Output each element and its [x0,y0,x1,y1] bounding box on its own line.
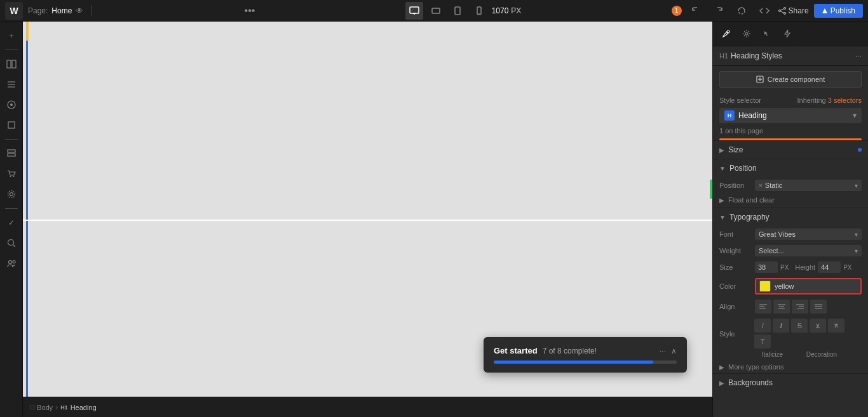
refresh-btn[interactable] [733,2,750,20]
breadcrumb-heading[interactable]: H1 Heading [60,404,97,411]
style-row-label: Style [719,330,750,338]
position-dropdown-arrow: ▾ [855,182,858,189]
svg-marker-12 [822,8,827,13]
font-value: Great Vibes [759,230,796,238]
style-selector-label: Style selector [719,96,761,104]
gs-collapse-btn[interactable]: ∧ [671,347,677,355]
bold-italic-btn[interactable]: I [773,319,789,333]
inherit-count[interactable]: 3 selectors [828,96,862,104]
gs-more-btn[interactable]: ··· [660,347,666,355]
desktop-device-btn[interactable] [405,2,423,20]
interactions-tab[interactable] [759,25,775,42]
more-type-expand[interactable]: ▶ [719,364,724,371]
panel-header: H1 Heading Styles ··· [713,46,868,66]
font-dropdown[interactable]: Great Vibes ▾ [755,228,862,240]
on-this-page: 1 on this page [713,126,868,138]
svg-marker-33 [785,30,790,37]
topbar-more-dots[interactable]: ••• [245,5,255,17]
size-input-group: 38 PX Height 44 PX [755,261,851,273]
page-name[interactable]: Home [51,6,72,15]
gs-actions: ··· ∧ [660,347,677,355]
navigator-btn[interactable] [3,55,20,73]
add-btn[interactable]: ＋ [3,27,20,44]
code-btn[interactable] [756,2,773,20]
position-dropdown[interactable]: × Static ▾ [755,180,862,191]
size-section-header[interactable]: ▶ Size [713,141,868,159]
size-input[interactable]: 38 [755,261,778,273]
weight-chevron-icon: ▾ [855,248,858,255]
panel-context-menu[interactable]: ··· [855,51,862,60]
svg-line-11 [780,11,783,12]
position-x-icon: × [759,182,763,189]
align-left-btn[interactable] [755,300,771,314]
svg-rect-0 [410,7,419,13]
color-picker-btn[interactable]: yellow [755,278,862,295]
backgrounds-header[interactable]: ▶ Backgrounds [713,374,868,392]
notification-badge[interactable]: 1 [672,6,682,16]
tablet-portrait-btn[interactable] [449,2,466,20]
position-section-header[interactable]: ▼ Position [713,159,868,177]
canvas-width: 1070 PX [492,6,522,15]
style-row: Style I I S T [713,316,868,351]
assets-btn[interactable] [3,96,20,114]
redo-btn[interactable] [710,2,728,20]
heading-label: Heading [71,404,97,411]
share-btn[interactable]: Share [778,6,809,15]
float-expand-icon[interactable]: ▶ [719,197,724,204]
panel-h1-tag: H1 [719,52,728,60]
height-input[interactable]: 44 [818,261,841,273]
size-unit: PX [780,264,789,271]
style-tab[interactable] [718,25,735,42]
position-chevron: ▼ [719,165,726,172]
style-selector-box[interactable]: H Heading ▾ [719,108,862,123]
svg-line-10 [780,8,783,10]
float-clear-row: ▶ Float and clear [713,194,868,208]
pages-btn[interactable] [3,116,20,134]
mobile-btn[interactable] [470,2,488,20]
lightning-tab[interactable] [779,25,796,42]
undo-btn[interactable] [687,2,705,20]
create-component-btn[interactable]: Create component [719,71,862,88]
settings-tab[interactable] [738,25,755,42]
tablet-landscape-btn[interactable] [427,2,445,20]
decoration-btn1[interactable] [810,319,826,333]
topbar: W Page: Home 👁 ••• 1070 PX [0,0,868,22]
align-right-btn[interactable] [792,300,808,314]
gs-progress-bar [494,361,677,364]
weight-row: Weight Select... ▾ [713,242,868,259]
h1-icon: H1 [60,404,68,411]
strikethrough-btn[interactable]: S [791,319,808,333]
size-height-row: Size 38 PX Height 44 PX [713,259,868,275]
topbar-actions: 1 Share Publish [672,2,863,20]
ecommerce-btn[interactable] [3,165,20,183]
publish-btn[interactable]: Publish [814,4,863,18]
svg-point-24 [13,176,14,177]
panel-tabs [713,22,868,46]
left-sidebar: ＋ ✓ [0,22,23,417]
apps-btn[interactable]: ✓ [3,214,20,232]
canvas-area[interactable]: Get started 7 of 8 complete! ··· ∧ □ [23,22,712,417]
gs-header: Get started 7 of 8 complete! ··· ∧ [494,346,677,355]
align-justify-btn[interactable] [810,300,827,314]
settings-btn[interactable] [3,185,20,203]
breadcrumb-body[interactable]: □ Body [31,404,53,411]
search-btn[interactable] [3,234,20,252]
users-btn[interactable] [3,255,20,272]
svg-point-26 [8,191,15,198]
typography-section: ▼ Typography Font Great Vibes ▾ Weight S… [713,208,868,373]
decoration-btn3[interactable]: T [754,334,771,348]
eye-icon[interactable]: 👁 [76,6,83,15]
position-value: Static [765,182,783,189]
cms-btn[interactable] [3,145,20,162]
position-property-row: Position × Static ▾ [713,177,868,194]
italic-btn[interactable]: I [754,319,771,333]
svg-point-25 [10,193,13,196]
decoration-label: Decoration [796,351,847,358]
style-name: Heading [738,111,849,120]
layers-btn[interactable] [3,76,20,93]
weight-dropdown[interactable]: Select... ▾ [755,245,862,256]
align-center-btn[interactable] [773,300,790,314]
decoration-btn2[interactable] [828,319,844,333]
typography-section-header[interactable]: ▼ Typography [713,208,868,226]
svg-point-6 [478,13,480,14]
